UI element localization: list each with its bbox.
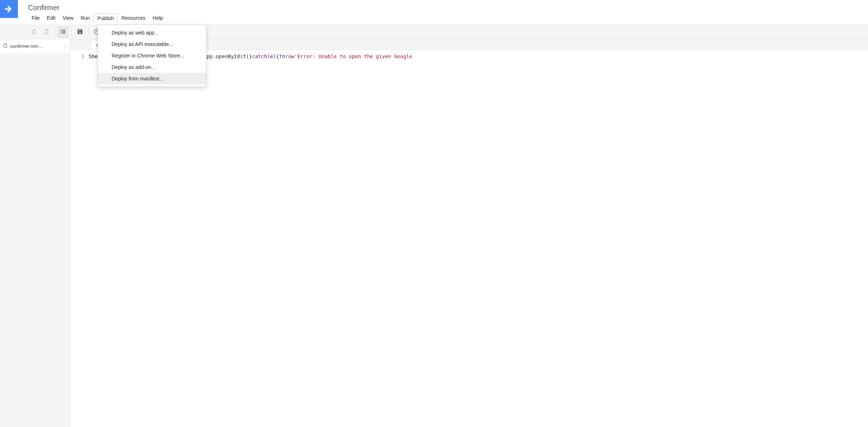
indent-icon	[60, 28, 66, 36]
code-token: catch	[252, 54, 267, 59]
publish-dropdown: Deploy as web app... Deploy as API execu…	[98, 24, 206, 87]
deploy-api-executable-item[interactable]: Deploy as API executable...	[98, 38, 206, 50]
file-icon	[3, 43, 8, 50]
menu-publish[interactable]: Publish	[93, 13, 118, 23]
undo-icon	[31, 28, 37, 36]
dropdown-icon[interactable]	[63, 43, 67, 49]
menu-resources[interactable]: Resources	[118, 13, 149, 23]
menu-help[interactable]: Help	[149, 13, 166, 23]
undo-button[interactable]	[29, 27, 39, 37]
file-item[interactable]: confirmer.min…	[0, 39, 70, 54]
deploy-from-manifest-item[interactable]: Deploy from manifest...	[98, 73, 206, 84]
apps-script-logo	[0, 0, 18, 18]
menu-edit[interactable]: Edit	[43, 13, 59, 23]
deploy-web-app-item[interactable]: Deploy as web app...	[98, 27, 206, 38]
code-editor[interactable]: c 1 SheetParser(t){try{this.ss=Spreadshe…	[70, 39, 868, 427]
redo-icon	[43, 28, 50, 36]
code-token: e	[270, 54, 273, 59]
toolbar-separator	[88, 28, 89, 36]
code-token: )}	[246, 54, 252, 59]
toolbar-separator	[71, 28, 72, 36]
menu-view[interactable]: View	[59, 13, 77, 23]
deploy-add-on-item[interactable]: Deploy as add-on...	[98, 61, 206, 73]
line-number-gutter: 1	[70, 52, 89, 60]
indent-button[interactable]	[58, 27, 68, 37]
menubar: File Edit View Run Publish Resources Hel…	[28, 13, 868, 23]
menu-file[interactable]: File	[28, 13, 43, 23]
code-token: throw	[279, 54, 294, 59]
project-title[interactable]: Confirmer	[28, 4, 868, 12]
redo-button[interactable]	[41, 27, 51, 37]
save-button[interactable]	[75, 27, 85, 37]
file-name: confirmer.min…	[10, 43, 61, 49]
register-chrome-web-store-item[interactable]: Register in Chrome Web Store...	[98, 50, 206, 61]
file-sidebar: confirmer.min…	[0, 39, 70, 427]
toolbar-separator	[55, 28, 55, 36]
save-icon	[77, 28, 83, 36]
menu-run[interactable]: Run	[77, 13, 94, 23]
code-token: 'Error: Unable to open the given Google	[294, 54, 412, 59]
